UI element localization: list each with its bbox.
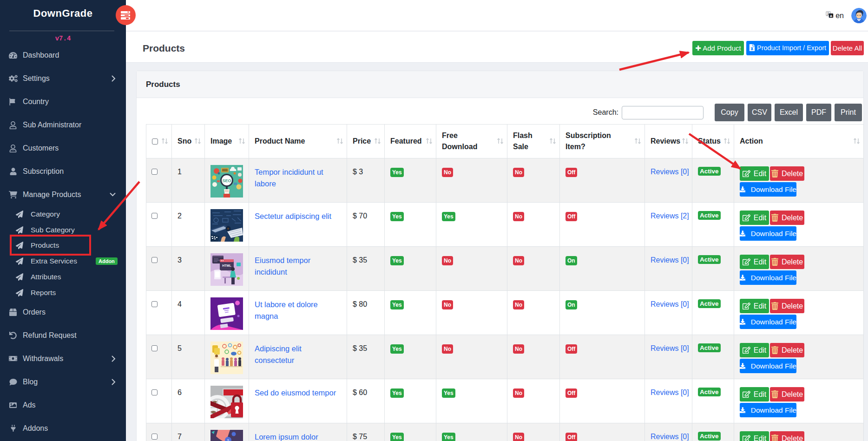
svg-text:HTML: HTML xyxy=(222,264,231,267)
svg-text:$: $ xyxy=(227,438,230,441)
svg-text:A: A xyxy=(829,14,832,18)
svg-text:SEO: SEO xyxy=(222,178,231,183)
